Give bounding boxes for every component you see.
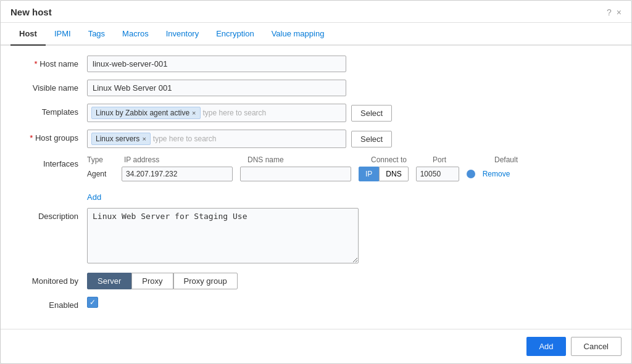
monitored-proxy-group-button[interactable]: Proxy group (173, 273, 238, 289)
interfaces-section: Type IP address DNS name Connect to Port… (87, 155, 619, 181)
tab-inventory[interactable]: Inventory (157, 23, 207, 46)
close-icon[interactable]: × (617, 7, 622, 17)
monitored-by-buttons: Server Proxy Proxy group (87, 273, 619, 289)
add-button[interactable]: Add (526, 337, 565, 356)
interfaces-row: Interfaces Type IP address DNS name Conn… (13, 155, 619, 184)
interfaces-control: Type IP address DNS name Connect to Port… (87, 155, 619, 184)
description-label: Description (13, 208, 87, 221)
tab-tags[interactable]: Tags (80, 23, 114, 46)
enabled-label: Enabled (13, 297, 87, 310)
host-groups-placeholder: type here to search (153, 134, 217, 143)
templates-control: Linux by Zabbix agent active × type here… (87, 104, 619, 122)
tab-macros[interactable]: Macros (114, 23, 157, 46)
enabled-checkbox[interactable] (87, 297, 98, 308)
interface-ip-input[interactable] (122, 167, 233, 181)
enabled-control (87, 297, 619, 308)
templates-select-button[interactable]: Select (351, 105, 392, 122)
connect-ip-button[interactable]: IP (359, 167, 379, 181)
host-name-input[interactable] (87, 56, 346, 72)
add-interface-link[interactable]: Add (87, 192, 101, 202)
add-interface-row: Add (13, 191, 619, 202)
monitored-by-label: Monitored by (13, 273, 87, 286)
col-port-header: Port (433, 155, 494, 164)
host-name-row: Host name (13, 56, 619, 72)
host-groups-select-button[interactable]: Select (351, 131, 392, 147)
tab-encryption[interactable]: Encryption (207, 23, 262, 46)
description-control: Linux Web Server for Staging Use (87, 208, 619, 265)
monitored-server-button[interactable]: Server (87, 273, 131, 289)
host-groups-control: Linux servers × type here to search Sele… (87, 130, 619, 148)
host-group-tag: Linux servers × (91, 133, 151, 145)
interface-dns-input[interactable] (240, 167, 351, 181)
col-dns-header: DNS name (247, 155, 371, 164)
host-groups-tag-input[interactable]: Linux servers × type here to search (87, 130, 346, 148)
dialog-title: New host (10, 7, 52, 17)
help-icon[interactable]: ? (607, 7, 612, 17)
template-tag: Linux by Zabbix agent active × (91, 107, 201, 119)
default-radio[interactable] (467, 170, 475, 178)
host-group-tag-label: Linux servers (96, 134, 139, 143)
visible-name-control (87, 80, 619, 96)
col-type-header: Type (87, 155, 124, 164)
tab-bar: Host IPMI Tags Macros Inventory Encrypti… (1, 23, 631, 46)
col-default-header: Default (494, 155, 544, 164)
interfaces-label: Interfaces (13, 155, 87, 168)
visible-name-input[interactable] (87, 80, 346, 96)
template-tag-label: Linux by Zabbix agent active (96, 109, 189, 117)
cancel-button[interactable]: Cancel (571, 337, 622, 356)
host-name-label: Host name (13, 56, 87, 68)
description-textarea[interactable]: Linux Web Server for Staging Use (87, 208, 359, 263)
enabled-checkbox-container (87, 297, 619, 308)
monitored-proxy-button[interactable]: Proxy (131, 273, 173, 289)
dialog-header: New host ? × (1, 1, 631, 23)
template-tag-remove[interactable]: × (192, 109, 196, 117)
templates-row: Templates Linux by Zabbix agent active ×… (13, 104, 619, 122)
tab-ipmi[interactable]: IPMI (46, 23, 80, 46)
host-groups-row: Host groups Linux servers × type here to… (13, 130, 619, 148)
host-name-control (87, 56, 619, 72)
description-row: Description Linux Web Server for Staging… (13, 208, 619, 265)
connect-buttons: IP DNS (359, 167, 409, 181)
interface-type-label: Agent (87, 170, 118, 178)
header-icons: ? × (607, 7, 622, 17)
tab-value-mapping[interactable]: Value mapping (263, 23, 333, 46)
templates-label: Templates (13, 104, 87, 117)
templates-tag-input[interactable]: Linux by Zabbix agent active × type here… (87, 104, 346, 122)
remove-interface-link[interactable]: Remove (483, 170, 510, 178)
tab-host[interactable]: Host (10, 23, 46, 46)
templates-placeholder: type here to search (203, 109, 267, 117)
dialog-footer: Add Cancel (1, 329, 631, 363)
new-host-dialog: New host ? × Host IPMI Tags Macros Inven… (0, 0, 632, 364)
col-connect-header: Connect to (371, 155, 433, 164)
col-ip-header: IP address (124, 155, 247, 164)
host-group-tag-remove[interactable]: × (142, 135, 146, 143)
visible-name-label: Visible name (13, 80, 87, 93)
interface-port-input[interactable] (416, 167, 459, 181)
interfaces-header: Type IP address DNS name Connect to Port… (87, 155, 619, 164)
host-groups-label: Host groups (13, 130, 87, 143)
monitored-by-control: Server Proxy Proxy group (87, 273, 619, 289)
connect-dns-button[interactable]: DNS (379, 167, 408, 181)
interface-agent-row: Agent IP DNS Remove (87, 167, 619, 181)
form-body: Host name Visible name Templates Linux b… (1, 46, 631, 329)
monitored-by-row: Monitored by Server Proxy Proxy group (13, 273, 619, 289)
enabled-row: Enabled (13, 297, 619, 310)
visible-name-row: Visible name (13, 80, 619, 96)
